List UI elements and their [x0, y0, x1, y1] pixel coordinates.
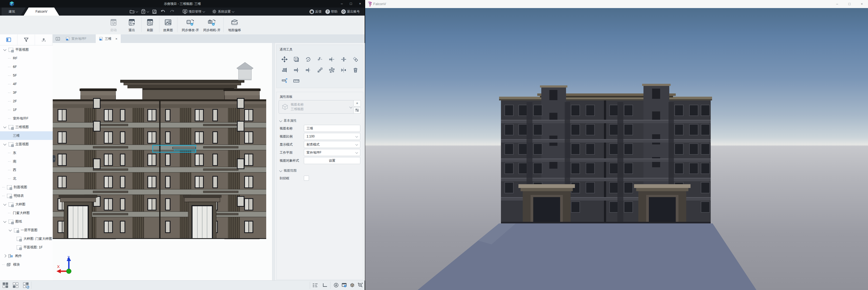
tree-item-3d-views[interactable]: 三维视图: [0, 123, 53, 131]
maximize-button[interactable]: □: [843, 0, 856, 8]
chevron-down-icon[interactable]: [3, 48, 6, 51]
tree-item-3f[interactable]: 3F: [0, 88, 53, 97]
zoom-extents-icon[interactable]: [357, 282, 364, 288]
section-box-checkbox[interactable]: [304, 176, 309, 181]
paste-button[interactable]: [140, 7, 150, 15]
work-plane-select[interactable]: 室外地坪F: [304, 149, 360, 156]
tree-item-4f[interactable]: 4F: [0, 80, 53, 88]
filter-button[interactable]: [18, 34, 35, 45]
property-settings-button[interactable]: [353, 107, 361, 114]
tree-item-components[interactable]: 构件: [0, 252, 53, 260]
tree-item-elevations[interactable]: 立面视图: [0, 140, 53, 148]
chevron-down-icon[interactable]: [3, 142, 6, 145]
object-style-settings-button[interactable]: 设置: [304, 157, 360, 164]
tree-item-5f[interactable]: 5F: [0, 71, 53, 80]
tree-item-plan-views[interactable]: 平面视图: [0, 45, 53, 54]
chevron-down-icon[interactable]: [3, 203, 6, 206]
doc-tab-outdoor[interactable]: 室外地坪F: [62, 34, 90, 43]
stretch-tool-icon[interactable]: [280, 77, 288, 85]
cube-display-icon[interactable]: [349, 282, 355, 288]
save-button[interactable]: [151, 7, 158, 15]
tree-item-west[interactable]: 西: [0, 166, 53, 174]
reset-selection-icon[interactable]: [23, 282, 29, 288]
new-view-button[interactable]: [54, 36, 61, 42]
system-settings-menu[interactable]: 系统设置: [211, 7, 235, 15]
move-tool-icon[interactable]: [280, 55, 288, 63]
chevron-down-icon[interactable]: [147, 10, 149, 13]
type-selector[interactable]: 视图名称 三维视图: [279, 100, 355, 114]
tree-item-sheets[interactable]: 图纸: [0, 217, 53, 226]
help-button[interactable]: ? 帮助: [324, 7, 339, 15]
chevron-right-icon[interactable]: [3, 254, 6, 257]
tree-item-schedules[interactable]: 明细表: [0, 191, 53, 200]
sync-camera-tool[interactable]: 同步相机-开: [202, 18, 222, 33]
auto-mode-icon[interactable]: [333, 282, 339, 288]
trim-corner-tool-icon[interactable]: [316, 55, 324, 63]
view-scale-select[interactable]: 1:100: [304, 133, 360, 140]
refresh-tool[interactable]: 刷新: [141, 18, 160, 33]
feedback-button[interactable]: ▣ 反馈: [308, 7, 323, 15]
tree-item-modules[interactable]: 模块: [0, 260, 53, 269]
view-name-input[interactable]: 三维: [304, 125, 360, 132]
copy-tool-icon[interactable]: [292, 55, 300, 63]
array-radial-tool-icon[interactable]: [328, 66, 336, 74]
tree-item-6f[interactable]: 6F: [0, 63, 53, 71]
tree-item-outdoor-level[interactable]: 室外地坪F: [0, 114, 53, 123]
tree-item-rf[interactable]: RF: [0, 54, 53, 63]
minimize-button[interactable]: –: [831, 0, 843, 8]
tree-item-north[interactable]: 北: [0, 174, 53, 183]
tree-item-2f[interactable]: 2F: [0, 97, 53, 106]
close-button[interactable]: ×: [355, 0, 365, 7]
model-viewport[interactable]: Z X ‹: [53, 43, 272, 281]
view-range-header[interactable]: 视图范围: [280, 168, 297, 173]
tree-item-sheet-detail[interactable]: 大样图: 门窗大样图: [0, 234, 53, 243]
tab-close-icon[interactable]: ×: [115, 37, 118, 41]
logout-button[interactable]: ⏻ 退出账号: [340, 7, 361, 15]
project-management-menu[interactable]: 项目管理: [182, 7, 206, 15]
tree-item-door-window-detail[interactable]: 门窗大样图: [0, 209, 53, 217]
align-center-tool-icon[interactable]: [304, 66, 312, 74]
exit-tool[interactable]: 退出: [122, 18, 142, 33]
doc-tab-3d[interactable]: 三维 ×: [96, 34, 121, 43]
array-linear-tool-icon[interactable]: [316, 66, 324, 74]
render-titlebar[interactable]: FalconV – □ ×: [365, 0, 868, 8]
mirror-tool-icon[interactable]: [340, 66, 348, 74]
ribbon-tab-architecture[interactable]: 建筑: [2, 7, 26, 15]
chevron-down-icon[interactable]: [135, 10, 138, 13]
align-right-tool-icon[interactable]: [292, 66, 300, 74]
ground-offset-tool[interactable]: 地面偏移: [225, 18, 244, 33]
split-tool-icon[interactable]: [340, 55, 348, 63]
window-history-icon[interactable]: [341, 282, 347, 288]
chevron-down-icon[interactable]: [9, 228, 11, 231]
sync-edit-tool[interactable]: 同步修改-开: [181, 18, 200, 33]
corner-mode-icon[interactable]: [321, 282, 328, 288]
tree-item-east[interactable]: 东: [0, 148, 53, 157]
list-settings-icon[interactable]: [312, 282, 318, 288]
collapse-panel-handle[interactable]: ‹: [53, 155, 55, 162]
measure-tool-icon[interactable]: [292, 77, 300, 85]
panel-layout-button[interactable]: [0, 34, 18, 45]
tree-item-details[interactable]: 大样图: [0, 200, 53, 209]
rotate-tool-icon[interactable]: [304, 55, 312, 63]
render-viewport[interactable]: [365, 8, 868, 290]
tree-item-3d-view[interactable]: 三维: [0, 131, 53, 140]
redo-button[interactable]: [168, 7, 176, 15]
deselect-grid-icon[interactable]: [12, 282, 19, 288]
tree-item-sheet-plan[interactable]: 平面视图: 1F: [0, 243, 53, 252]
offset-tool-icon[interactable]: [351, 55, 360, 63]
basic-properties-header[interactable]: 基本属性: [280, 118, 297, 123]
tree-item-sections[interactable]: 剖面视图: [0, 183, 53, 191]
tree-item-1f[interactable]: 1F: [0, 106, 53, 114]
minimize-button[interactable]: –: [337, 0, 346, 7]
open-file-button[interactable]: [128, 7, 138, 15]
delete-tool-icon[interactable]: [351, 66, 360, 74]
maximize-button[interactable]: □: [346, 0, 355, 7]
locate-button[interactable]: [35, 34, 53, 45]
render-image-tool[interactable]: 效果图: [158, 18, 178, 33]
add-property-button[interactable]: +: [353, 100, 361, 107]
tree-item-south[interactable]: 南: [0, 157, 53, 166]
tree-item-first-floor-plan[interactable]: 一层平面图: [0, 226, 53, 234]
display-mode-select[interactable]: 材质模式: [304, 141, 360, 148]
trim-line-tool-icon[interactable]: [328, 55, 336, 63]
chevron-down-icon[interactable]: [3, 125, 6, 128]
